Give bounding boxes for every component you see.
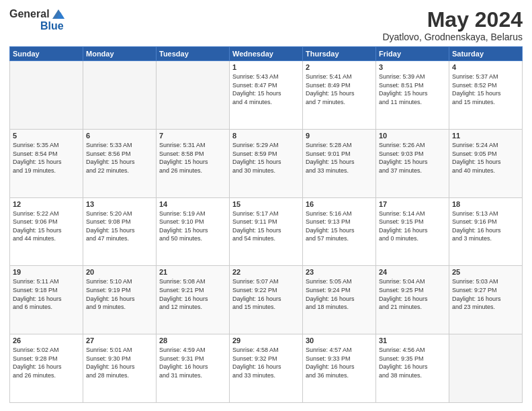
calendar-week-row: 26Sunrise: 5:02 AM Sunset: 9:28 PM Dayli…	[10, 334, 523, 403]
calendar-day-cell: 22Sunrise: 5:07 AM Sunset: 9:22 PM Dayli…	[230, 266, 303, 334]
day-number: 31	[379, 336, 446, 345]
day-info: Sunrise: 5:13 AM Sunset: 9:16 PM Dayligh…	[452, 210, 519, 243]
day-info: Sunrise: 5:05 AM Sunset: 9:24 PM Dayligh…	[306, 277, 373, 311]
day-number: 22	[232, 268, 300, 276]
day-info: Sunrise: 5:01 AM Sunset: 9:30 PM Dayligh…	[86, 346, 153, 379]
weekday-header: Friday	[376, 47, 449, 61]
calendar-table: SundayMondayTuesdayWednesdayThursdayFrid…	[9, 46, 523, 403]
header: General Blue May 2024 Dyatlovo, Grodnens…	[9, 8, 523, 42]
day-number: 29	[232, 336, 300, 345]
day-info: Sunrise: 5:24 AM Sunset: 9:05 PM Dayligh…	[452, 141, 519, 175]
calendar-day-cell: 8Sunrise: 5:29 AM Sunset: 8:59 PM Daylig…	[230, 129, 303, 197]
calendar-header-row: SundayMondayTuesdayWednesdayThursdayFrid…	[10, 47, 523, 61]
day-number: 12	[13, 200, 80, 208]
calendar-day-cell: 26Sunrise: 5:02 AM Sunset: 9:28 PM Dayli…	[10, 334, 83, 403]
day-number: 1	[232, 63, 300, 71]
calendar-day-cell: 29Sunrise: 4:58 AM Sunset: 9:32 PM Dayli…	[230, 334, 303, 403]
day-number: 9	[306, 132, 373, 140]
day-info: Sunrise: 5:39 AM Sunset: 8:51 PM Dayligh…	[379, 73, 446, 106]
day-number: 6	[86, 132, 153, 140]
day-number: 23	[306, 268, 373, 276]
location: Dyatlovo, Grodnenskaya, Belarus	[382, 32, 523, 42]
day-number: 27	[86, 336, 153, 345]
day-number: 15	[232, 200, 300, 208]
day-number: 17	[379, 200, 446, 208]
day-number: 10	[379, 132, 446, 140]
calendar-day-cell: 11Sunrise: 5:24 AM Sunset: 9:05 PM Dayli…	[449, 129, 523, 197]
calendar-day-cell: 27Sunrise: 5:01 AM Sunset: 9:30 PM Dayli…	[83, 334, 157, 403]
day-info: Sunrise: 5:41 AM Sunset: 8:49 PM Dayligh…	[306, 73, 373, 106]
day-number: 13	[86, 200, 153, 208]
logo-general: General	[9, 8, 50, 20]
title-block: May 2024 Dyatlovo, Grodnenskaya, Belarus	[382, 8, 523, 42]
day-number: 21	[159, 268, 226, 276]
day-number: 7	[159, 132, 226, 140]
day-info: Sunrise: 5:20 AM Sunset: 9:08 PM Dayligh…	[86, 210, 153, 243]
calendar-week-row: 12Sunrise: 5:22 AM Sunset: 9:06 PM Dayli…	[10, 197, 523, 266]
logo-text: General	[9, 8, 66, 20]
calendar-day-cell: 15Sunrise: 5:17 AM Sunset: 9:11 PM Dayli…	[230, 197, 303, 266]
calendar-day-cell: 5Sunrise: 5:35 AM Sunset: 8:54 PM Daylig…	[10, 129, 83, 197]
calendar-day-cell: 24Sunrise: 5:04 AM Sunset: 9:25 PM Dayli…	[376, 266, 449, 334]
day-info: Sunrise: 5:16 AM Sunset: 9:13 PM Dayligh…	[306, 210, 373, 243]
day-info: Sunrise: 5:29 AM Sunset: 8:59 PM Dayligh…	[232, 141, 300, 175]
day-number: 20	[86, 268, 153, 276]
calendar-day-cell: 1Sunrise: 5:43 AM Sunset: 8:47 PM Daylig…	[230, 61, 303, 130]
day-info: Sunrise: 5:17 AM Sunset: 9:11 PM Dayligh…	[232, 210, 300, 243]
calendar-day-cell: 30Sunrise: 4:57 AM Sunset: 9:33 PM Dayli…	[303, 334, 376, 403]
weekday-header: Saturday	[449, 47, 523, 61]
day-number: 3	[379, 63, 446, 71]
day-info: Sunrise: 5:28 AM Sunset: 9:01 PM Dayligh…	[306, 141, 373, 175]
day-number: 16	[306, 200, 373, 208]
month-title: May 2024	[382, 8, 523, 32]
day-info: Sunrise: 5:19 AM Sunset: 9:10 PM Dayligh…	[159, 210, 226, 243]
day-info: Sunrise: 4:58 AM Sunset: 9:32 PM Dayligh…	[232, 346, 300, 379]
calendar-day-cell: 28Sunrise: 4:59 AM Sunset: 9:31 PM Dayli…	[157, 334, 230, 403]
calendar-day-cell	[449, 334, 523, 403]
calendar-week-row: 19Sunrise: 5:11 AM Sunset: 9:18 PM Dayli…	[10, 266, 523, 334]
day-info: Sunrise: 5:22 AM Sunset: 9:06 PM Dayligh…	[13, 210, 80, 243]
weekday-header: Sunday	[10, 47, 83, 61]
page: General Blue May 2024 Dyatlovo, Grodnens…	[0, 0, 532, 411]
day-info: Sunrise: 5:37 AM Sunset: 8:52 PM Dayligh…	[452, 73, 519, 106]
day-info: Sunrise: 5:02 AM Sunset: 9:28 PM Dayligh…	[13, 346, 80, 379]
day-info: Sunrise: 5:03 AM Sunset: 9:27 PM Dayligh…	[452, 277, 519, 311]
day-info: Sunrise: 5:07 AM Sunset: 9:22 PM Dayligh…	[232, 277, 300, 311]
day-info: Sunrise: 5:26 AM Sunset: 9:03 PM Dayligh…	[379, 141, 446, 175]
calendar-day-cell: 25Sunrise: 5:03 AM Sunset: 9:27 PM Dayli…	[449, 266, 523, 334]
calendar-day-cell	[157, 61, 230, 130]
calendar-day-cell: 18Sunrise: 5:13 AM Sunset: 9:16 PM Dayli…	[449, 197, 523, 266]
day-number: 25	[452, 268, 519, 276]
day-info: Sunrise: 5:11 AM Sunset: 9:18 PM Dayligh…	[13, 277, 80, 311]
day-info: Sunrise: 4:56 AM Sunset: 9:35 PM Dayligh…	[379, 346, 446, 379]
calendar-day-cell: 3Sunrise: 5:39 AM Sunset: 8:51 PM Daylig…	[376, 61, 449, 130]
logo: General Blue	[9, 8, 66, 32]
calendar-day-cell: 14Sunrise: 5:19 AM Sunset: 9:10 PM Dayli…	[157, 197, 230, 266]
calendar-day-cell: 19Sunrise: 5:11 AM Sunset: 9:18 PM Dayli…	[10, 266, 83, 334]
day-info: Sunrise: 5:04 AM Sunset: 9:25 PM Dayligh…	[379, 277, 446, 311]
day-number: 4	[452, 63, 519, 71]
weekday-header: Thursday	[303, 47, 376, 61]
day-info: Sunrise: 5:14 AM Sunset: 9:15 PM Dayligh…	[379, 210, 446, 243]
calendar-day-cell: 23Sunrise: 5:05 AM Sunset: 9:24 PM Dayli…	[303, 266, 376, 334]
day-number: 5	[13, 132, 80, 140]
day-info: Sunrise: 5:08 AM Sunset: 9:21 PM Dayligh…	[159, 277, 226, 311]
day-info: Sunrise: 4:57 AM Sunset: 9:33 PM Dayligh…	[306, 346, 373, 379]
day-info: Sunrise: 5:31 AM Sunset: 8:58 PM Dayligh…	[159, 141, 226, 175]
day-number: 18	[452, 200, 519, 208]
day-number: 11	[452, 132, 519, 140]
calendar-day-cell: 20Sunrise: 5:10 AM Sunset: 9:19 PM Dayli…	[83, 266, 157, 334]
calendar-week-row: 5Sunrise: 5:35 AM Sunset: 8:54 PM Daylig…	[10, 129, 523, 197]
calendar-day-cell: 31Sunrise: 4:56 AM Sunset: 9:35 PM Dayli…	[376, 334, 449, 403]
day-info: Sunrise: 5:33 AM Sunset: 8:56 PM Dayligh…	[86, 141, 153, 175]
calendar-day-cell	[83, 61, 157, 130]
calendar-day-cell: 7Sunrise: 5:31 AM Sunset: 8:58 PM Daylig…	[157, 129, 230, 197]
day-number: 8	[232, 132, 300, 140]
day-number: 24	[379, 268, 446, 276]
calendar-day-cell: 21Sunrise: 5:08 AM Sunset: 9:21 PM Dayli…	[157, 266, 230, 334]
calendar-week-row: 1Sunrise: 5:43 AM Sunset: 8:47 PM Daylig…	[10, 61, 523, 130]
day-number: 28	[159, 336, 226, 345]
logo-blue-text: Blue	[40, 20, 64, 32]
day-info: Sunrise: 5:10 AM Sunset: 9:19 PM Dayligh…	[86, 277, 153, 311]
weekday-header: Wednesday	[230, 47, 303, 61]
